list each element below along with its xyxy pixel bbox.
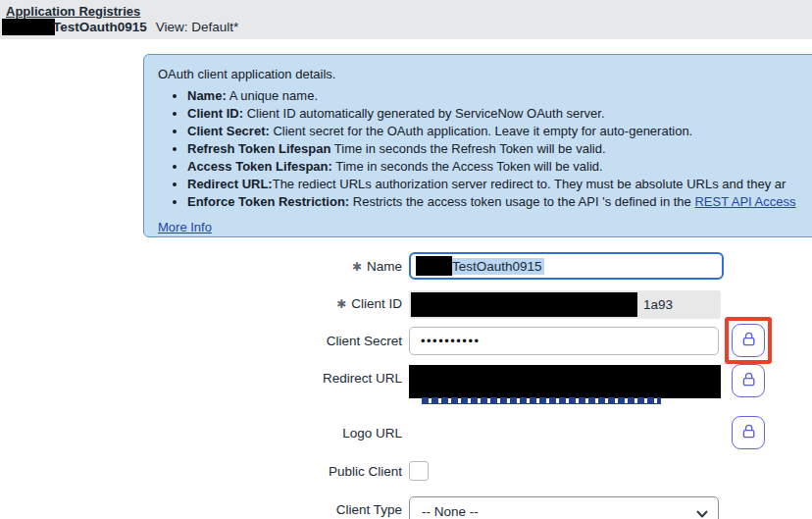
client-secret-lock-button[interactable] <box>732 324 765 357</box>
bullet-desc: Client secret for the OAuth application.… <box>270 124 692 138</box>
bullet-term: Enforce Token Restriction: <box>187 194 349 209</box>
view-label: View: Default* <box>156 20 239 34</box>
bullet-term: Access Token Lifespan: <box>187 159 332 174</box>
bullet-term: Name: <box>187 88 227 103</box>
info-bullet-enforce-token: Enforce Token Restriction: Restricts the… <box>187 193 812 211</box>
name-field-label: ✱Name <box>0 259 402 274</box>
info-bullet-redirect-url: Redirect URL:The rediect URLs authorizat… <box>187 176 812 193</box>
more-info-link[interactable]: More Info <box>158 219 212 236</box>
public-client-field-label: Public Client <box>0 464 402 479</box>
info-bullet-refresh-token: Refresh Token Lifespan Time in seconds t… <box>187 140 812 158</box>
label-text: Public Client <box>329 464 402 479</box>
label-text: Client ID <box>351 296 402 311</box>
client-secret-field-label: Client Secret <box>0 334 402 348</box>
lock-icon <box>740 423 757 442</box>
record-breadcrumb: TestOauth0915 View: Default* <box>2 19 238 35</box>
redacted-name-prefix <box>416 256 452 276</box>
bullet-term: Client Secret: <box>187 124 270 138</box>
public-client-checkbox[interactable] <box>409 461 429 481</box>
lock-icon <box>740 331 757 350</box>
mandatory-asterisk-icon: ✱ <box>336 297 346 311</box>
bullet-desc: Restricts the access token usage to the … <box>349 194 694 209</box>
name-input[interactable]: TestOauth0915 <box>409 252 724 280</box>
label-text: Redirect URL <box>323 371 402 386</box>
bullet-desc: A unique name. <box>227 88 318 103</box>
client-type-selected-value: -- None -- <box>422 504 479 519</box>
redirect-url-field-label: Redirect URL <box>0 371 402 386</box>
info-intro: OAuth client application details. <box>158 66 812 83</box>
lock-icon <box>740 371 757 390</box>
record-name: TestOauth0915 <box>53 20 147 34</box>
application-registries-page: Application Registries TestOauth0915 Vie… <box>0 0 812 519</box>
redirect-url-lock-button[interactable] <box>732 364 765 397</box>
label-text: Name <box>367 259 402 274</box>
client-type-field-label: Client Type <box>0 502 402 517</box>
info-bullet-access-token: Access Token Lifespan: Time in seconds t… <box>187 158 812 176</box>
page-header: Application Registries TestOauth0915 Vie… <box>0 0 812 39</box>
label-text: Client Type <box>336 502 402 517</box>
client-id-readonly-field: 1a93 <box>409 290 721 319</box>
label-text: Client Secret <box>327 334 402 348</box>
rest-api-access-link[interactable]: REST API Access <box>694 194 795 209</box>
mandatory-asterisk-icon: ✱ <box>352 260 362 274</box>
bullet-term: Refresh Token Lifespan <box>187 141 330 156</box>
bullet-term: Client ID: <box>187 106 243 121</box>
client-id-visible-suffix: 1a93 <box>643 297 673 312</box>
redacted-client-id <box>411 292 637 317</box>
info-bullet-name: Name: A unique name. <box>187 87 812 105</box>
client-type-select[interactable]: -- None -- <box>409 496 719 519</box>
page-title[interactable]: Application Registries <box>6 4 140 19</box>
label-text: Logo URL <box>342 426 402 441</box>
bullet-term: Redirect URL: <box>187 177 273 191</box>
bullet-desc: Time in seconds the Access Token will be… <box>332 159 603 174</box>
oauth-info-message: OAuth client application details. Name: … <box>143 54 812 237</box>
logo-url-lock-button[interactable] <box>732 416 765 449</box>
info-bullet-client-id: Client ID: Client ID automatically gener… <box>187 105 812 123</box>
redirect-url-partial-link <box>422 397 661 404</box>
bullet-desc: The rediect URLs authorization server re… <box>273 177 787 191</box>
bullet-desc: Time in seconds the Refresh Token will b… <box>330 141 605 156</box>
redacted-record-prefix <box>2 19 55 35</box>
logo-url-field-label: Logo URL <box>0 426 402 441</box>
info-bullet-list: Name: A unique name. Client ID: Client I… <box>158 87 812 211</box>
chevron-down-icon <box>696 507 708 519</box>
bullet-desc: Client ID automatically generated by Ser… <box>243 106 605 121</box>
client-id-field-label: ✱Client ID <box>0 296 402 311</box>
client-secret-input[interactable] <box>409 327 719 355</box>
info-bullet-client-secret: Client Secret: Client secret for the OAu… <box>187 123 812 140</box>
redacted-redirect-url <box>409 365 721 398</box>
name-selected-text: TestOauth0915 <box>452 258 544 275</box>
